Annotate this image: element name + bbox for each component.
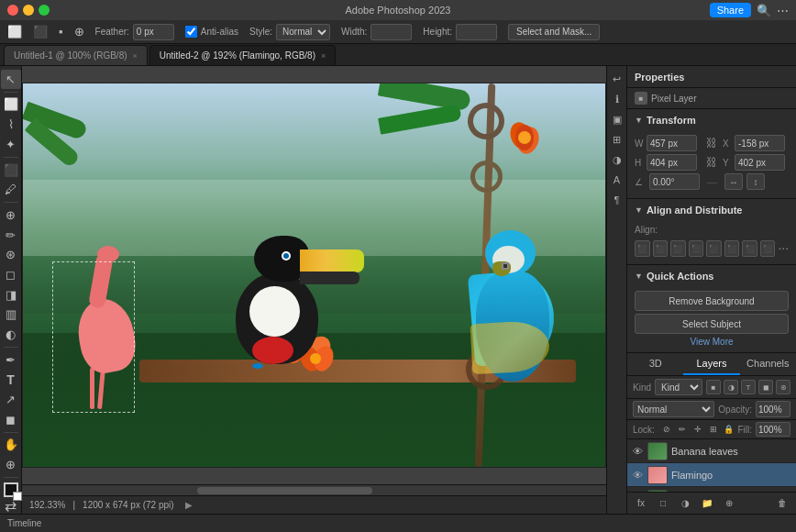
close-tab2-icon[interactable]: × <box>321 51 326 61</box>
color-panel-icon[interactable]: ▣ <box>608 110 626 128</box>
history-brush-tool[interactable]: ◻ <box>1 265 21 284</box>
clone-tool[interactable]: ⊛ <box>1 245 21 264</box>
swatches-panel-icon[interactable]: ⊞ <box>608 130 626 149</box>
align-center-h-button[interactable]: ⬛ <box>653 240 669 257</box>
lock-pixels-button[interactable]: ✏ <box>676 422 689 437</box>
brush-tool[interactable]: ✏ <box>1 226 21 245</box>
align-bottom-button[interactable]: ⬛ <box>724 240 740 257</box>
lock-all-button[interactable]: 🔒 <box>723 422 735 437</box>
horizontal-scrollbar[interactable] <box>22 484 606 495</box>
share-button[interactable]: Share <box>710 3 751 17</box>
hand-tool[interactable]: ✋ <box>1 436 21 455</box>
add-group-button[interactable]: 📁 <box>699 495 715 512</box>
more-align-button[interactable]: ··· <box>778 240 789 257</box>
eyedropper-tool[interactable]: 🖊 <box>1 180 21 199</box>
eraser-tool[interactable]: ◨ <box>1 285 21 305</box>
width-input[interactable] <box>370 24 412 40</box>
info-panel-icon[interactable]: ℹ <box>608 90 626 108</box>
swap-colors-icon[interactable]: ⇄ <box>5 499 17 514</box>
distribute-center-button[interactable]: ⬛ <box>760 240 776 257</box>
transform-header[interactable]: ▼ Transform <box>627 109 796 131</box>
remove-bg-button[interactable]: Remove Background <box>635 291 789 311</box>
add-mask-button[interactable]: □ <box>655 495 671 512</box>
nav-arrow[interactable]: ▶ <box>185 500 193 510</box>
select-mask-button[interactable]: Select and Mask... <box>508 24 600 40</box>
close-tab-icon[interactable]: × <box>133 51 138 61</box>
dodge-tool[interactable]: ◐ <box>1 325 21 344</box>
link-hxy-icon[interactable]: ⛓ <box>706 156 717 169</box>
history-panel-icon[interactable]: ↩ <box>608 70 626 88</box>
layer-filter-select[interactable]: Kind <box>655 379 702 395</box>
flip-h-button[interactable]: ↔ <box>724 173 743 190</box>
align-right-button[interactable]: ⬛ <box>670 240 686 257</box>
scroll-thumb[interactable] <box>197 487 372 494</box>
x-transform-input[interactable] <box>735 135 785 151</box>
tab-channels[interactable]: Channels <box>740 353 796 375</box>
add-layer-button[interactable]: ⊕ <box>721 495 737 512</box>
link-wh-icon[interactable]: ⛓ <box>706 137 717 150</box>
flip-v-button[interactable]: ↕ <box>746 173 765 190</box>
close-button[interactable] <box>7 5 18 16</box>
feather-input[interactable] <box>133 24 174 40</box>
lasso-option-icon[interactable]: ⬜ <box>7 25 22 39</box>
quick-select-tool[interactable]: ✦ <box>1 135 21 154</box>
foreground-color[interactable] <box>4 482 18 497</box>
antialias-checkbox[interactable] <box>185 26 197 38</box>
lock-transparent-button[interactable]: ⊘ <box>660 422 673 437</box>
marquee-tool[interactable]: ⬜ <box>1 95 21 115</box>
canvas-content[interactable] <box>22 66 606 484</box>
pen-tool[interactable]: ✒ <box>1 350 21 370</box>
layer-flamingo[interactable]: 👁 Flamingo <box>627 463 796 487</box>
align-header[interactable]: ▼ Align and Distribute <box>627 199 796 221</box>
filter-smart-icon[interactable]: ⊛ <box>776 380 790 394</box>
shape-tool[interactable]: ◼ <box>1 410 21 429</box>
gradient-tool[interactable]: ▥ <box>1 305 21 325</box>
height-transform-input[interactable] <box>647 154 697 171</box>
delete-layer-button[interactable]: 🗑 <box>774 495 790 512</box>
more-icon[interactable]: ⋯ <box>777 4 789 17</box>
filter-pixel-icon[interactable]: ■ <box>706 380 721 394</box>
y-transform-input[interactable] <box>735 154 785 171</box>
type-tool[interactable]: T <box>1 371 21 390</box>
crop-tool[interactable]: ⬛ <box>1 161 21 180</box>
distribute-left-button[interactable]: ⬛ <box>742 240 757 257</box>
tab-untitled2[interactable]: Untitled-2 @ 192% (Flamingo, RGB/8) × <box>149 45 336 65</box>
tab-3d[interactable]: 3D <box>627 353 683 375</box>
path-select-tool[interactable]: ↗ <box>1 390 21 409</box>
style-select[interactable]: Normal <box>276 24 330 40</box>
layer-vis-banana[interactable]: 👁 <box>631 445 644 458</box>
canvas-image[interactable] <box>22 83 606 468</box>
opacity-input[interactable] <box>756 401 790 417</box>
layer-vis-flamingo[interactable]: 👁 <box>631 469 644 482</box>
adjustments-panel-icon[interactable]: ◑ <box>608 150 626 169</box>
filter-shape-icon[interactable]: ◼ <box>758 380 773 394</box>
fx-button[interactable]: fx <box>633 495 649 512</box>
tab-layers[interactable]: Layers <box>683 353 739 375</box>
width-transform-input[interactable] <box>647 135 697 151</box>
search-icon[interactable]: 🔍 <box>757 4 771 17</box>
zoom-tool[interactable]: ⊕ <box>1 455 21 474</box>
heal-tool[interactable]: ⊕ <box>1 205 21 225</box>
add-adjustment-button[interactable]: ◑ <box>677 495 693 512</box>
align-top-button[interactable]: ⬛ <box>689 240 704 257</box>
fullscreen-button[interactable] <box>39 5 50 16</box>
filter-adjustment-icon[interactable]: ◑ <box>724 380 738 394</box>
lock-position-button[interactable]: ✛ <box>691 422 704 437</box>
lasso-option-icon3[interactable]: ▪ <box>59 25 63 39</box>
select-subject-button[interactable]: Select Subject <box>635 314 789 334</box>
lasso-tool[interactable]: ⌇ <box>1 115 21 134</box>
quick-actions-header[interactable]: ▼ Quick Actions <box>627 265 796 287</box>
tab-untitled1[interactable]: Untitled-1 @ 100% (RGB/8) × <box>4 45 148 65</box>
move-tool[interactable]: ↖ <box>1 70 21 89</box>
lasso-option-icon4[interactable]: ⊕ <box>74 25 84 39</box>
view-more-link[interactable]: View More <box>635 337 789 347</box>
angle-input[interactable] <box>649 173 700 190</box>
blend-mode-select[interactable]: Normal <box>633 401 714 417</box>
layer-banana-leaves[interactable]: 👁 Banana leaves <box>627 439 796 463</box>
fill-input[interactable] <box>756 422 790 437</box>
character-panel-icon[interactable]: A <box>608 171 626 189</box>
minimize-button[interactable] <box>23 5 34 16</box>
lock-artboard-button[interactable]: ⊞ <box>707 422 720 437</box>
filter-type-icon[interactable]: T <box>741 380 756 394</box>
height-input[interactable] <box>456 24 497 40</box>
